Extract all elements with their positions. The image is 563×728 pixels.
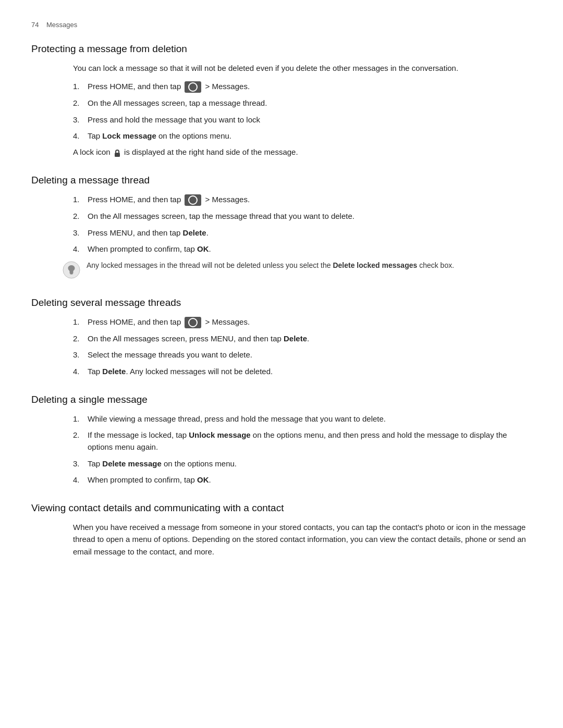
step-item: 4. Tap Lock message on the options menu. [73,130,532,142]
step-number: 1. [73,316,88,328]
step-item: 1. Press HOME, and then tap > Messages. [73,316,532,328]
step-number: 1. [73,413,88,425]
step-number: 2. [73,210,88,222]
step-item: 4. When prompted to confirm, tap OK. [73,243,532,255]
step-text: When prompted to confirm, tap OK. [88,474,532,486]
section-title-deleting-several: Deleting several message threads [31,297,532,309]
step-number: 3. [73,114,88,126]
steps-list-deleting-single: 1. While viewing a message thread, press… [73,413,532,486]
section-title-deleting-thread: Deleting a message thread [31,175,532,186]
step-text: On the All messages screen, tap a messag… [88,97,532,109]
section-intro-protecting: You can lock a message so that it will n… [73,62,532,74]
section-viewing-contact: Viewing contact details and communicatin… [31,502,532,558]
steps-list-deleting-several: 1. Press HOME, and then tap > Messages. … [73,316,532,377]
step-text: Tap Lock message on the options menu. [88,130,532,142]
home-icon [185,81,201,93]
step-text: If the message is locked, tap Unlock mes… [88,429,532,453]
page-number: 74 [31,21,39,29]
home-icon [185,194,201,206]
step-item: 2. On the All messages screen, press MEN… [73,332,532,344]
svg-rect-3 [70,274,73,275]
step-number: 1. [73,193,88,205]
home-icon [185,317,201,328]
step-text: Press HOME, and then tap > Messages. [88,193,532,206]
step-item: 3. Press MENU, and then tap Delete. [73,227,532,239]
section-title-viewing-contact: Viewing contact details and communicatin… [31,502,532,514]
note-box: Any locked messages in the thread will n… [63,260,532,280]
step-number: 2. [73,97,88,109]
step-text: When prompted to confirm, tap OK. [88,243,532,255]
step-number: 4. [73,243,88,255]
step-text: Tap Delete. Any locked messages will not… [88,365,532,377]
step-text: While viewing a message thread, press an… [88,413,532,425]
step-text: Press HOME, and then tap > Messages. [88,316,532,328]
tip-icon [63,261,80,280]
step-item: 2. On the All messages screen, tap the m… [73,210,532,222]
step-number: 3. [73,227,88,239]
section-deleting-thread: Deleting a message thread 1. Press HOME,… [31,175,532,280]
section-deleting-several: Deleting several message threads 1. Pres… [31,297,532,377]
step-text: Press MENU, and then tap Delete. [88,227,532,239]
svg-rect-2 [70,273,74,274]
section-protecting: Protecting a message from deletion You c… [31,43,532,158]
step-item: 2. On the All messages screen, tap a mes… [73,97,532,109]
step-number: 4. [73,365,88,377]
lock-icon [114,149,121,157]
step-item: 3. Select the message threads you want t… [73,349,532,361]
steps-list-protecting: 1. Press HOME, and then tap > Messages. … [73,80,532,142]
step-number: 1. [73,80,88,92]
step-item: 4. Tap Delete. Any locked messages will … [73,365,532,377]
section-title-deleting-single: Deleting a single message [31,394,532,405]
step-text: Press HOME, and then tap > Messages. [88,80,532,93]
section-intro-viewing-contact: When you have received a message from so… [73,521,532,558]
step-item: 1. Press HOME, and then tap > Messages. [73,80,532,93]
section-deleting-single: Deleting a single message 1. While viewi… [31,394,532,486]
step-number: 2. [73,332,88,344]
step-item: 2. If the message is locked, tap Unlock … [73,429,532,453]
after-steps-text: A lock icon is displayed at the right ha… [73,146,532,158]
page-header: 74 Messages [31,21,532,29]
note-text: Any locked messages in the thread will n… [87,260,454,271]
section-title-protecting: Protecting a message from deletion [31,43,532,55]
step-item: 3. Tap Delete message on the options men… [73,458,532,470]
step-text: Press and hold the message that you want… [88,114,532,126]
step-item: 1. While viewing a message thread, press… [73,413,532,425]
step-item: 3. Press and hold the message that you w… [73,114,532,126]
step-number: 3. [73,458,88,470]
step-number: 3. [73,349,88,361]
step-item: 1. Press HOME, and then tap > Messages. [73,193,532,206]
step-text: Select the message threads you want to d… [88,349,532,361]
step-item: 4. When prompted to confirm, tap OK. [73,474,532,486]
step-number: 4. [73,130,88,142]
chapter-title: Messages [46,21,77,29]
step-number: 2. [73,429,88,441]
step-text: On the All messages screen, tap the mess… [88,210,532,222]
step-text: Tap Delete message on the options menu. [88,458,532,470]
steps-list-deleting-thread: 1. Press HOME, and then tap > Messages. … [73,193,532,255]
step-number: 4. [73,474,88,486]
svg-rect-0 [115,153,120,157]
step-text: On the All messages screen, press MENU, … [88,332,532,344]
